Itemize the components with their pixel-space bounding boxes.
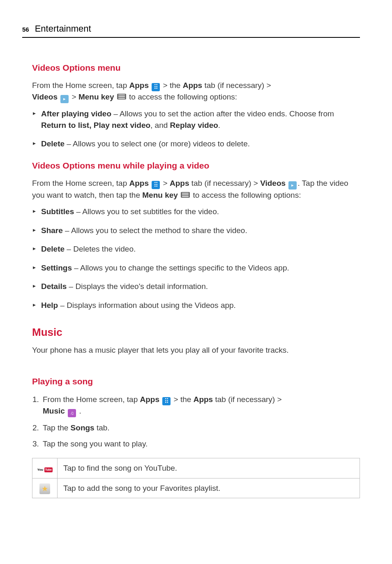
apps-icon <box>162 397 171 405</box>
menu-key-icon <box>117 94 126 99</box>
videos-icon <box>288 181 297 190</box>
music-intro: Your phone has a music player that lets … <box>32 344 360 356</box>
music-icon <box>68 409 76 417</box>
apps-icon <box>152 83 160 91</box>
heading-videos-options: Videos Options menu <box>32 62 360 74</box>
videos-icon <box>60 95 69 103</box>
heading-videos-options-playing: Videos Options menu while playing a vide… <box>32 159 360 172</box>
running-header: 56 Entertainment <box>22 22 360 38</box>
list-item: After playing video – Allows you to set … <box>32 108 360 131</box>
step-item: Tap the Songs tab. <box>41 422 360 434</box>
list-item: Delete – Allows you to select one (or mo… <box>32 138 360 150</box>
table-cell: Tap to add the song to your Favorites pl… <box>58 478 360 498</box>
youtube-icon <box>36 466 53 474</box>
intro-videos-options: From the Home screen, tap Apps > the App… <box>32 80 360 103</box>
youtube-icon-cell <box>32 458 58 478</box>
list-item: Settings – Allows you to change the sett… <box>32 262 360 274</box>
playing-song-steps: From the Home screen, tap Apps > the App… <box>32 394 360 450</box>
menu-key-icon <box>181 192 190 198</box>
videos-playing-options-list: Subtitles – Allows you to set subtitles … <box>32 206 360 311</box>
list-item: Delete – Deletes the video. <box>32 243 360 255</box>
section-title: Entertainment <box>35 22 91 35</box>
step-item: Tap the song you want to play. <box>41 438 360 450</box>
heading-playing-song: Playing a song <box>32 375 360 388</box>
table-row: Tap to add the song to your Favorites pl… <box>32 478 360 498</box>
star-icon <box>39 483 50 494</box>
music-icons-table: Tap to find the song on YouTube. Tap to … <box>32 458 360 498</box>
list-item: Details – Displays the video's detail in… <box>32 281 360 292</box>
page-number: 56 <box>22 25 29 34</box>
intro-videos-options-playing: From the Home screen, tap Apps > Apps ta… <box>32 178 360 201</box>
table-cell: Tap to find the song on YouTube. <box>58 458 360 478</box>
videos-options-list: After playing video – Allows you to set … <box>32 108 360 150</box>
star-icon-cell <box>32 478 58 498</box>
list-item: Share – Allows you to select the method … <box>32 225 360 236</box>
apps-icon <box>152 181 160 189</box>
list-item: Subtitles – Allows you to set subtitles … <box>32 206 360 217</box>
step-item: From the Home screen, tap Apps > the App… <box>41 394 360 417</box>
heading-music: Music <box>32 325 360 340</box>
table-row: Tap to find the song on YouTube. <box>32 458 360 478</box>
list-item: Help – Displays information about using … <box>32 300 360 311</box>
